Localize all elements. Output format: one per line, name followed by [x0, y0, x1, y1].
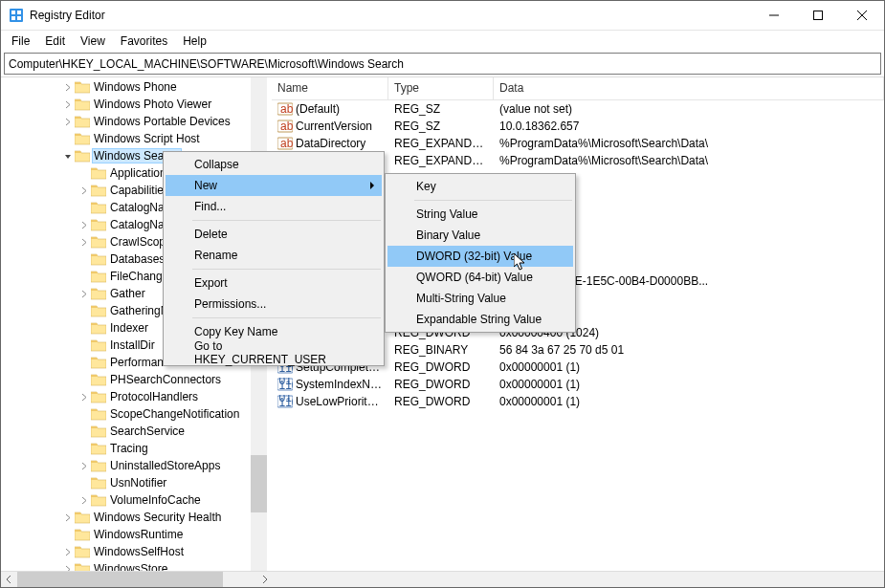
menu-item[interactable]: Permissions...	[166, 294, 382, 315]
tree-item-label: Windows Security Health	[92, 511, 223, 524]
value-row[interactable]: (Default)REG_SZ(value not set)	[272, 100, 884, 118]
menu-item[interactable]: String Value	[387, 204, 573, 225]
menu-item[interactable]: Collapse	[166, 154, 382, 175]
expander-closed-icon[interactable]	[77, 238, 91, 247]
expander-open-icon[interactable]	[61, 152, 75, 161]
menu-item[interactable]: Rename	[166, 245, 382, 266]
tree-item-label: Tracing	[108, 442, 150, 455]
folder-icon	[91, 406, 106, 422]
menu-view[interactable]: View	[74, 33, 112, 50]
expander-closed-icon[interactable]	[77, 221, 91, 229]
value-name: SystemIndexNor...	[296, 378, 383, 391]
expander-closed-icon[interactable]	[77, 393, 91, 402]
tree-item-label: UsnNotifier	[108, 476, 168, 490]
value-data: 0x00000001 (1)	[494, 360, 884, 374]
tree-item[interactable]: UninstalledStoreApps	[1, 457, 267, 474]
svg-rect-8	[11, 16, 15, 20]
folder-icon	[91, 234, 106, 250]
menu-item[interactable]: Key	[387, 176, 573, 197]
scroll-right-button[interactable]	[255, 572, 272, 588]
expander-closed-icon[interactable]	[77, 496, 91, 505]
menubar: File Edit View Favorites Help	[1, 31, 884, 51]
tree-item-label: Databases	[108, 252, 166, 266]
menu-item[interactable]: New	[166, 175, 382, 196]
svg-rect-9	[17, 16, 21, 20]
tree-item-label: Windows Phone	[92, 80, 179, 94]
svg-rect-6	[11, 11, 15, 14]
column-data[interactable]: Data	[494, 77, 884, 99]
menu-item[interactable]: Go to HKEY_CURRENT_USER	[166, 342, 382, 363]
tree-item[interactable]: Windows Phone	[1, 78, 267, 96]
folder-icon	[91, 286, 106, 301]
folder-icon	[75, 114, 90, 129]
tree-item[interactable]: Windows Portable Devices	[1, 113, 267, 130]
value-row[interactable]: SystemIndexNor...REG_DWORD0x00000001 (1)	[272, 376, 884, 393]
value-row[interactable]: UseLowPriorityC...REG_DWORD0x00000001 (1…	[272, 393, 884, 410]
svg-rect-7	[17, 11, 21, 14]
folder-icon	[91, 475, 106, 490]
tree-h-scrollbar[interactable]	[1, 571, 884, 587]
tree-item[interactable]: ScopeChangeNotification	[1, 405, 267, 423]
menu-item[interactable]: Expandable String Value	[387, 309, 573, 330]
close-button[interactable]	[840, 1, 884, 30]
minimize-button[interactable]	[752, 1, 796, 30]
value-row[interactable]: CurrentVersionREG_SZ10.0.18362.657	[272, 118, 884, 135]
value-name: CurrentVersion	[296, 120, 372, 133]
menu-file[interactable]: File	[5, 33, 36, 50]
menu-item[interactable]: Find...	[166, 196, 382, 217]
tree-item[interactable]: WindowsSelfHost	[1, 543, 267, 560]
folder-icon	[91, 355, 106, 370]
tree-item[interactable]: Tracing	[1, 440, 267, 457]
expander-closed-icon[interactable]	[61, 118, 75, 126]
titlebar: Registry Editor	[1, 1, 884, 31]
expander-closed-icon[interactable]	[61, 565, 75, 572]
tree-item[interactable]: ProtocolHandlers	[1, 388, 267, 405]
menu-favorites[interactable]: Favorites	[114, 33, 174, 50]
expander-closed-icon[interactable]	[77, 186, 91, 195]
folder-icon	[91, 458, 106, 473]
tree-item-label: WindowsStore	[92, 562, 169, 571]
menu-item[interactable]: Export	[166, 272, 382, 294]
tree-item[interactable]: UsnNotifier	[1, 474, 267, 491]
tree-v-scrollbar-thumb[interactable]	[251, 455, 267, 512]
menu-item[interactable]: Delete	[166, 224, 382, 245]
expander-closed-icon[interactable]	[61, 513, 75, 522]
context-submenu-new[interactable]: KeyString ValueBinary ValueDWORD (32-bit…	[385, 173, 576, 333]
menu-separator	[192, 317, 381, 318]
expander-closed-icon[interactable]	[61, 83, 75, 92]
column-type[interactable]: Type	[388, 77, 494, 99]
tree-item[interactable]: WindowsStore	[1, 560, 267, 571]
address-bar[interactable]: Computer\HKEY_LOCAL_MACHINE\SOFTWARE\Mic…	[4, 53, 881, 75]
maximize-button[interactable]	[796, 1, 840, 30]
tree-item-label: VolumeInfoCache	[108, 493, 203, 507]
tree-item[interactable]: PHSearchConnectors	[1, 371, 267, 388]
folder-icon	[75, 510, 90, 525]
tree-item[interactable]: SearchService	[1, 423, 267, 440]
tree-item[interactable]: WindowsRuntime	[1, 526, 267, 543]
tree-item[interactable]: Windows Security Health	[1, 509, 267, 526]
expander-closed-icon[interactable]	[77, 290, 91, 298]
menu-item[interactable]: QWORD (64-bit) Value	[387, 267, 573, 288]
tree-item[interactable]: Windows Script Host	[1, 130, 267, 147]
column-name[interactable]: Name	[272, 77, 388, 99]
expander-closed-icon[interactable]	[61, 548, 75, 556]
value-data: (value not set)	[494, 102, 884, 116]
menu-item[interactable]: Multi-String Value	[387, 288, 573, 309]
expander-closed-icon[interactable]	[61, 100, 75, 109]
value-row[interactable]: DataDirectoryREG_EXPAND_SZ%ProgramData%\…	[272, 135, 884, 152]
scroll-left-button[interactable]	[1, 572, 17, 588]
tree-item[interactable]: VolumeInfoCache	[1, 491, 267, 509]
expander-closed-icon[interactable]	[77, 462, 91, 470]
value-data: 0x00000001 (1)	[494, 395, 884, 408]
menu-edit[interactable]: Edit	[38, 33, 72, 50]
context-menu[interactable]: CollapseNewFind...DeleteRenameExportPerm…	[163, 151, 385, 366]
folder-icon	[75, 79, 90, 95]
h-scrollbar-thumb[interactable]	[17, 572, 223, 588]
menu-item[interactable]: DWORD (32-bit) Value	[387, 246, 573, 267]
folder-icon	[75, 97, 90, 112]
menu-item[interactable]: Binary Value	[387, 225, 573, 246]
tree-item[interactable]: Windows Photo Viewer	[1, 96, 267, 113]
value-data: %ProgramData%\Microsoft\Search\Data\	[494, 137, 884, 150]
menu-help[interactable]: Help	[176, 33, 213, 50]
value-data: 10.0.18362.657	[494, 120, 884, 133]
